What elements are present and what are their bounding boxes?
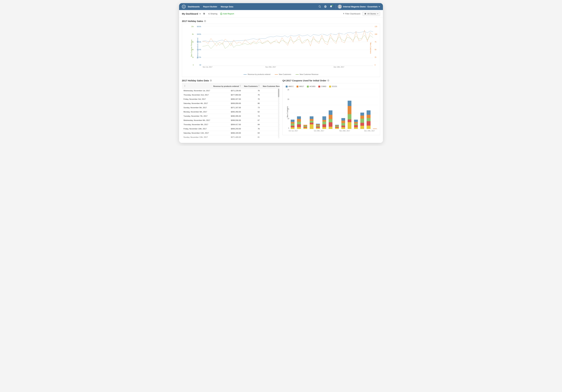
table-row[interactable]: Saturday, November 4th, 2017$369,059.008… <box>182 101 280 105</box>
chevron-down-icon <box>378 6 380 7</box>
stores-filter-button[interactable]: All Stores <box>363 12 380 16</box>
nav-report-builder[interactable]: Report Builder <box>203 5 217 8</box>
add-report-button[interactable]: +Add Report <box>220 12 234 15</box>
chevron-down-icon <box>377 13 378 14</box>
sales-data-table: ▲▼Revenue by products ordered▲▼New Custo… <box>182 83 280 139</box>
table-header[interactable]: Revenue by products ordered▲▼ <box>212 83 242 89</box>
info-icon[interactable]: i <box>204 20 206 22</box>
holiday-sales-chart: New Customer Revenue Revenue by products… <box>182 24 380 77</box>
table-row[interactable]: Wednesday, November 1st, 2017$371,228.00… <box>182 89 280 93</box>
yaxis-right-ticks: 1251007550250 <box>375 26 379 66</box>
account-label: Internal Magento Demo - Essentials <box>343 5 378 8</box>
bar-stack[interactable] <box>310 106 314 129</box>
avatar-icon <box>338 5 342 9</box>
bar-xaxis: Oct 1st, 2017Oct 29th, 2017Nov 26th, 201… <box>290 130 378 132</box>
table-row[interactable]: Sunday, November 5th, 2017$371,167.00735… <box>182 105 280 110</box>
bar-stack[interactable] <box>322 106 326 129</box>
bell-icon[interactable] <box>330 5 332 8</box>
coupons-chart: 488CC88527ACEBDC388DD21D1 New Customers … <box>282 83 380 135</box>
account-switcher[interactable]: Internal Magento Demo - Essentials <box>338 5 380 9</box>
scrollbar-thumb[interactable] <box>278 89 279 97</box>
bar-stack[interactable] <box>367 102 370 129</box>
table-row[interactable]: Friday, November 3rd, 2017$365,327.00705… <box>182 97 280 101</box>
line-plot-area <box>202 26 373 66</box>
bar-stack[interactable] <box>360 103 364 129</box>
bar-plot-area <box>290 89 378 129</box>
bar-legend-item[interactable]: D21D1 <box>329 85 337 88</box>
bar-legend-item[interactable]: 88527 <box>296 85 304 88</box>
nav-dashboards[interactable]: Dashboards <box>188 5 200 8</box>
globe-icon[interactable] <box>324 5 327 8</box>
bar-stack[interactable] <box>354 110 358 129</box>
bar-legend-item[interactable]: ACEBD <box>307 85 316 88</box>
bar-stack[interactable] <box>316 115 320 129</box>
table-header[interactable]: ▲▼ <box>182 83 212 89</box>
bar-stack[interactable] <box>373 126 377 129</box>
yaxis-inner-left-ticks: $600k$480k$360k$240k$120k$0 <box>195 26 201 66</box>
table-row[interactable]: Thursday, November 9th, 2017$364,417.008… <box>182 122 280 127</box>
info-icon[interactable]: i <box>210 80 212 81</box>
legend-revenue: Revenue by products ordered <box>244 73 270 75</box>
coupons-title: Q4 2017 Coupons Used for Initial Order <box>282 79 326 82</box>
line-xaxis: Nov 1st, 2017Nov 25th, 2017Dec 19th, 201… <box>202 66 373 69</box>
table-row[interactable]: Wednesday, November 8th, 2017$388,556.00… <box>182 118 280 122</box>
legend-customers: New Customers <box>275 73 291 75</box>
bar-legend-item[interactable]: 488CC <box>286 85 294 88</box>
bar-legend: 488CC88527ACEBDC388DD21D1 <box>284 84 379 89</box>
table-header[interactable]: New Customers▲▼ <box>242 83 261 89</box>
top-nav: Dashboards Report Builder Manage Data In… <box>179 3 383 10</box>
notification-dot-icon <box>332 5 333 6</box>
table-row[interactable]: Thursday, November 2nd, 2017$377,883.007… <box>182 93 280 97</box>
bar-stack[interactable] <box>341 108 345 129</box>
app-logo-icon <box>182 5 186 9</box>
table-row[interactable]: Friday, November 10th, 2017$369,293.0076… <box>182 127 280 131</box>
holiday-sales-title: 2017 Holiday Sales <box>182 20 203 23</box>
sharing-button[interactable]: Sharing <box>208 12 217 15</box>
yaxis-outer-left-ticks: 10k8k6k4k2k0 <box>189 26 194 66</box>
bar-stack[interactable] <box>291 110 294 129</box>
dashboard-toolbar: My Dashboard Sharing +Add Report Filter … <box>179 10 383 18</box>
nav-manage-data[interactable]: Manage Data <box>221 5 233 8</box>
sales-data-title: 2017 Holiday Sales Data <box>182 79 209 82</box>
gear-icon[interactable] <box>203 12 205 15</box>
bar-stack[interactable] <box>297 106 301 129</box>
table-header[interactable]: New Customer Revenue▲▼ <box>261 83 280 89</box>
table-row[interactable]: Tuesday, November 7th, 2017$380,395.0074… <box>182 114 280 118</box>
dashboard-switcher[interactable] <box>199 13 201 15</box>
dashboard-title: My Dashboard <box>182 12 198 15</box>
bar-stack[interactable] <box>348 95 351 129</box>
svg-point-1 <box>339 5 340 7</box>
bar-stack[interactable] <box>304 116 307 129</box>
bar-yaxis-ticks: 252015105 <box>285 89 289 129</box>
line-legend: Revenue by products ordered New Customer… <box>182 72 380 77</box>
search-icon[interactable] <box>318 5 321 8</box>
sales-data-table-wrap: ▲▼Revenue by products ordered▲▼New Custo… <box>182 83 280 139</box>
table-row[interactable]: Saturday, November 11th, 2017$366,183.00… <box>182 131 280 135</box>
bar-legend-item[interactable]: C388D <box>318 85 326 88</box>
bar-stack[interactable] <box>329 102 332 129</box>
bar-stack[interactable] <box>335 116 339 129</box>
info-icon[interactable]: i <box>327 80 329 81</box>
legend-nc-revenue: New Customer Revenue <box>296 73 318 75</box>
filter-dashboard-label: Filter Dashboard: <box>343 12 361 15</box>
plus-icon: + <box>220 13 222 15</box>
table-row[interactable]: Monday, November 6th, 2017$365,350.00625… <box>182 110 280 114</box>
store-icon <box>364 13 366 15</box>
